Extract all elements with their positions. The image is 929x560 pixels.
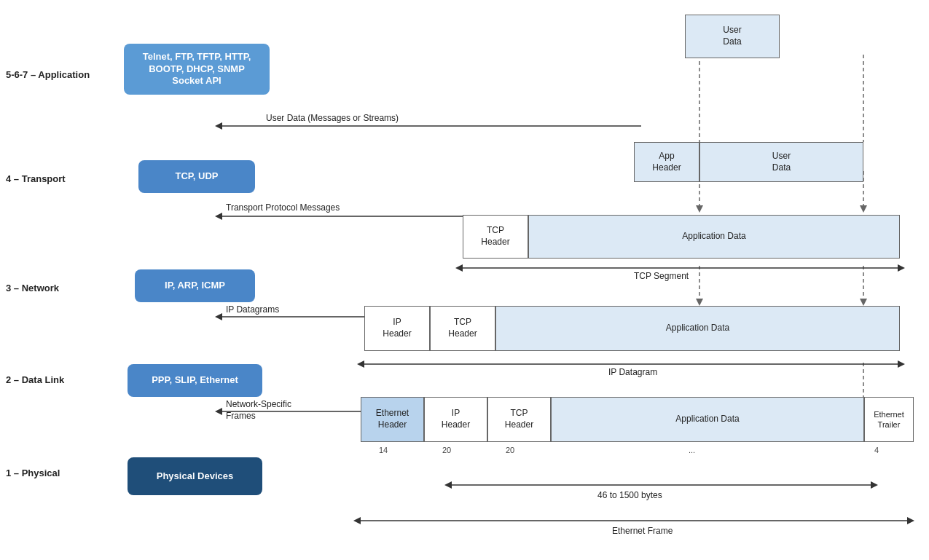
arrow-label-userdata: User Data (Messages or Streams): [266, 113, 399, 123]
proto-physical-label: Physical Devices: [157, 470, 234, 483]
size-4: 4: [874, 446, 879, 454]
layer-label-transport: 4 – Transport: [6, 173, 66, 186]
eth-frame-label: Ethernet Frame: [612, 526, 673, 536]
layer-label-physical: 1 – Physical: [6, 468, 60, 480]
svg-marker-27: [444, 481, 452, 489]
svg-marker-15: [215, 213, 222, 220]
svg-marker-7: [696, 299, 703, 306]
size-tcp-20: 20: [506, 446, 514, 454]
svg-marker-19: [215, 408, 222, 415]
svg-marker-21: [455, 264, 463, 272]
layer-label-datalink: 2 – Data Link: [6, 374, 64, 387]
svg-marker-24: [357, 360, 364, 368]
proto-app-label: Telnet, FTP, TFTP, HTTP, BOOTP, DHCP, SN…: [143, 51, 251, 88]
eth-header-label: Ethernet Header: [376, 408, 409, 430]
pkt-app-header: App Header: [634, 142, 699, 182]
tcp-segment-label: TCP Segment: [634, 271, 689, 281]
arrow-label-transport: Transport Protocol Messages: [226, 202, 340, 213]
ip-header1-label: IP Header: [383, 317, 411, 339]
svg-marker-30: [353, 517, 361, 524]
size-dots: ...: [689, 446, 695, 454]
svg-marker-31: [907, 517, 914, 524]
pkt-app-data2: Application Data: [495, 306, 900, 351]
proto-transport-label: TCP, UDP: [176, 170, 219, 183]
svg-marker-28: [871, 481, 878, 489]
pkt-app-data3: Application Data: [551, 397, 864, 442]
app-data3-label: Application Data: [675, 414, 739, 425]
proto-box-network: IP, ARP, ICMP: [135, 269, 255, 302]
pkt-eth-trailer: Ethernet Trailer: [864, 397, 914, 442]
pkt-tcp-header3: TCP Header: [487, 397, 551, 442]
tcp-header2-label: TCP Header: [448, 317, 477, 339]
app-header-label: App Header: [652, 151, 681, 173]
ip-header2-label: IP Header: [442, 408, 470, 430]
arrow-label-ip: IP Datagrams: [226, 304, 279, 315]
app-data2-label: Application Data: [666, 323, 729, 334]
app-data1-label: Application Data: [682, 231, 745, 242]
user-data2-label: User Data: [772, 151, 791, 173]
svg-marker-17: [215, 313, 222, 320]
svg-marker-25: [898, 360, 905, 368]
tcp-header3-label: TCP Header: [505, 408, 533, 430]
svg-marker-3: [696, 205, 703, 213]
proto-box-transport: TCP, UDP: [138, 160, 255, 193]
pkt-user-data2: User Data: [699, 142, 863, 182]
pkt-app-data1: Application Data: [528, 215, 900, 259]
user-data-top-label: User Data: [723, 25, 741, 47]
svg-marker-22: [898, 264, 905, 272]
size-14: 14: [379, 446, 388, 454]
size-ip-20: 20: [442, 446, 451, 454]
proto-box-app: Telnet, FTP, TFTP, HTTP, BOOTP, DHCP, SN…: [124, 44, 270, 95]
tcp-header1-label: TCP Header: [481, 225, 509, 248]
svg-marker-5: [860, 205, 867, 213]
layer-label-network: 3 – Network: [6, 283, 59, 295]
svg-marker-13: [215, 122, 222, 130]
pkt-ip-header1: IP Header: [364, 306, 430, 351]
proto-datalink-label: PPP, SLIP, Ethernet: [152, 374, 238, 387]
pkt-tcp-header1: TCP Header: [463, 215, 528, 259]
pkt-user-data-top: User Data: [685, 15, 780, 58]
pkt-ip-header2: IP Header: [424, 397, 487, 442]
pkt-tcp-header2: TCP Header: [430, 306, 495, 351]
arrow-label-frames: Network-Specific Frames: [226, 399, 291, 422]
svg-marker-9: [860, 299, 867, 306]
pkt-eth-header: Ethernet Header: [361, 397, 424, 442]
layer-label-app: 5-6-7 – Application: [6, 69, 90, 82]
proto-box-physical: Physical Devices: [128, 457, 262, 495]
ip-datagram-label: IP Datagram: [608, 367, 657, 377]
eth-trailer-label: Ethernet Trailer: [874, 409, 904, 430]
diagram-container: 5-6-7 – Application 4 – Transport 3 – Ne…: [0, 0, 929, 560]
bytes-range-label: 46 to 1500 bytes: [597, 490, 662, 500]
proto-box-datalink: PPP, SLIP, Ethernet: [128, 364, 262, 397]
proto-network-label: IP, ARP, ICMP: [165, 280, 225, 292]
